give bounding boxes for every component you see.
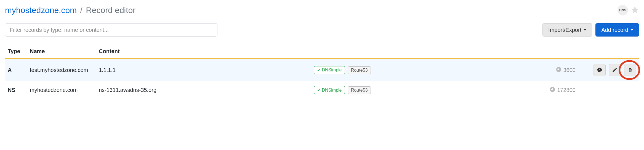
record-name: myhostedzone.com <box>27 81 96 99</box>
table-row: NS myhostedzone.com ns-1311.awsdns-35.or… <box>5 81 639 99</box>
provider-tag-label: Route53 <box>351 88 368 93</box>
ttl-value: 172800 <box>557 87 576 93</box>
delete-button[interactable] <box>624 64 636 76</box>
add-record-label: Add record <box>601 27 628 33</box>
add-record-button[interactable]: Add record <box>595 23 639 37</box>
th-content: Content <box>96 44 311 59</box>
edit-button[interactable] <box>609 64 621 76</box>
record-name: test.myhostedzone.com <box>27 59 96 81</box>
record-type: A <box>5 59 27 81</box>
records-table: Type Name Content A test.myhostedzone.co… <box>5 44 639 99</box>
caret-down-icon <box>584 29 586 31</box>
check-icon: ✓ <box>317 87 321 93</box>
comment-button[interactable] <box>594 64 606 76</box>
provider-tag-route53: Route53 <box>348 86 371 94</box>
import-export-button[interactable]: Import/Export <box>542 23 592 37</box>
provider-tag-route53: Route53 <box>348 66 371 74</box>
import-export-label: Import/Export <box>548 27 581 33</box>
provider-tag-dnsimple: ✓ DNSimple <box>314 66 345 74</box>
record-content: 1.1.1.1 <box>96 59 311 81</box>
delete-highlight-circle <box>622 64 636 76</box>
provider-tag-label: DNSimple <box>322 88 342 93</box>
ttl-value: 3600 <box>563 67 576 73</box>
th-type: Type <box>5 44 27 59</box>
ttl-display: 3600 <box>556 66 576 74</box>
provider-tag-dnsimple: ✓ DNSimple <box>314 86 345 94</box>
breadcrumb-separator: / <box>80 6 82 15</box>
dns-badge: DNS <box>618 5 628 15</box>
ttl-display: 172800 <box>549 86 576 94</box>
clock-icon <box>549 86 555 94</box>
breadcrumb-domain-link[interactable]: myhostedzone.com <box>5 6 77 15</box>
breadcrumb: myhostedzone.com / Record editor <box>5 6 135 15</box>
record-content: ns-1311.awsdns-35.org <box>96 81 311 99</box>
th-name: Name <box>27 44 96 59</box>
star-icon[interactable] <box>631 6 639 15</box>
clock-icon <box>556 66 562 74</box>
filter-input[interactable] <box>5 23 217 37</box>
caret-down-icon <box>630 29 633 31</box>
check-icon: ✓ <box>317 68 321 73</box>
page-title: Record editor <box>86 6 135 15</box>
provider-tag-label: DNSimple <box>322 68 342 73</box>
record-type: NS <box>5 81 27 99</box>
table-row: A test.myhostedzone.com 1.1.1.1 ✓ DNSimp… <box>5 59 639 81</box>
provider-tag-label: Route53 <box>351 68 368 73</box>
